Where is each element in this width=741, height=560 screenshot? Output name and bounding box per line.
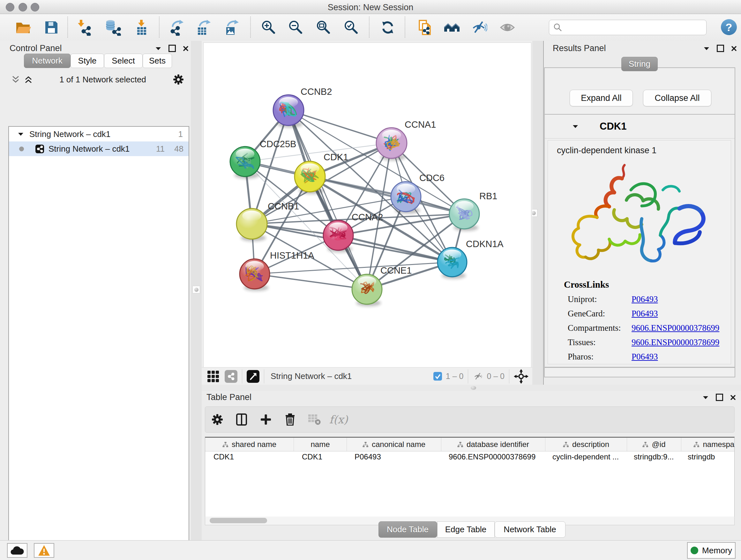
edge-CCNE1-HIST1H1A[interactable] (255, 274, 367, 289)
network-canvas[interactable]: CCNB2CCNA1CDC25BCDK1CDC6RB1CCNB1CCNA2CDK… (203, 43, 531, 368)
tab-string[interactable]: String (621, 57, 658, 71)
expand-all-icon[interactable] (24, 76, 32, 83)
search-text-field[interactable] (566, 23, 703, 33)
left-splitter-handle[interactable] (192, 286, 200, 294)
first-neighbors-button[interactable] (443, 18, 461, 37)
panel-menu-icon[interactable] (702, 395, 709, 399)
collapse-all-icon[interactable] (11, 76, 20, 83)
hide-selected-button[interactable] (470, 18, 488, 37)
column-header-namespace[interactable]: namespace (681, 438, 735, 451)
delete-table-button[interactable] (302, 414, 327, 425)
zoom-fit-button[interactable] (315, 18, 333, 37)
function-builder-button[interactable]: f(x) (327, 413, 351, 426)
show-columns-button[interactable] (229, 414, 254, 426)
panel-float-icon[interactable] (716, 394, 723, 401)
panel-menu-icon[interactable] (155, 47, 161, 51)
column-header-description[interactable]: description (545, 438, 627, 451)
table-cell[interactable]: stringdb (679, 452, 735, 463)
table-cell[interactable]: CDK1 (205, 452, 293, 463)
node-CCNA2[interactable] (323, 220, 353, 253)
tab-sets[interactable]: Sets (143, 54, 172, 68)
panel-close-icon[interactable] (183, 46, 189, 51)
panel-float-icon[interactable] (169, 45, 176, 52)
edge-CCNB2-CCNA1[interactable] (288, 110, 392, 143)
birdseye-view-button[interactable] (247, 370, 259, 383)
expand-all-button[interactable]: Expand All (569, 90, 633, 106)
column-header-databaseidentifier[interactable]: database identifier (441, 438, 545, 451)
open-session-button[interactable] (14, 18, 32, 37)
node-CCNA1[interactable] (376, 128, 407, 161)
crosslink-value-link[interactable]: P06493 (631, 352, 658, 362)
section-expander-icon[interactable] (572, 125, 579, 128)
table-settings-button[interactable] (205, 414, 229, 425)
share-view-button[interactable] (225, 370, 238, 383)
network-row[interactable]: String Network – cdk1 11 48 (9, 141, 189, 156)
horizontal-splitter[interactable] (202, 385, 741, 391)
panel-float-icon[interactable] (717, 45, 724, 52)
warning-status-button[interactable] (34, 543, 54, 558)
import-network-database-button[interactable] (104, 18, 122, 37)
table-cell[interactable]: CDK1 (293, 452, 346, 463)
tree-expander-icon[interactable] (18, 132, 23, 136)
help-button[interactable]: ? (721, 19, 737, 35)
horizontal-splitter-handle[interactable] (471, 386, 476, 390)
collapse-all-button[interactable]: Collapse All (643, 90, 711, 106)
edge-CCNA2-CDKN1A[interactable] (338, 235, 452, 262)
copy-network-button[interactable] (416, 18, 434, 37)
column-header-sharedname[interactable]: shared name (205, 438, 294, 451)
tab-style[interactable]: Style (71, 54, 104, 68)
column-header-id[interactable]: @id (627, 438, 681, 451)
memory-button[interactable]: Memory (687, 542, 736, 559)
table-row[interactable]: CDK1CDK1P064939606.ENSP00000378699cyclin… (205, 452, 734, 463)
selected-checkbox[interactable] (433, 372, 442, 381)
table-cell[interactable]: P06493 (346, 452, 441, 463)
tab-node-table[interactable]: Node Table (379, 521, 437, 538)
network-collection-row[interactable]: String Network – cdk1 1 (9, 127, 189, 141)
show-all-button[interactable] (498, 18, 516, 37)
panel-close-icon[interactable] (730, 395, 736, 400)
gear-icon[interactable] (173, 74, 184, 85)
create-column-button[interactable] (254, 415, 278, 425)
edge-CCNB2-CCNE1[interactable] (288, 110, 367, 289)
delete-column-button[interactable] (278, 414, 302, 426)
panel-menu-icon[interactable] (703, 47, 710, 51)
crosslink-value-link[interactable]: P06493 (631, 309, 658, 319)
import-network-file-button[interactable] (74, 18, 92, 37)
node-HIST1H1A[interactable] (240, 259, 270, 291)
column-header-canonicalname[interactable]: canonical name (347, 438, 441, 451)
tab-network-table[interactable]: Network Table (495, 521, 565, 538)
import-table-button[interactable] (132, 18, 150, 37)
crosslink-value-link[interactable]: P06493 (631, 294, 658, 304)
zoom-selected-button[interactable] (342, 18, 360, 37)
fit-crosshair-icon[interactable] (514, 369, 529, 384)
node-RB1[interactable] (449, 199, 479, 231)
apply-layout-button[interactable] (379, 18, 397, 37)
table-cell[interactable]: stringdb:9... (625, 452, 679, 463)
zoom-out-button[interactable] (287, 18, 305, 37)
gene-section-header[interactable]: CDK1 (545, 115, 735, 138)
tab-select[interactable]: Select (104, 54, 143, 68)
crosslink-value-link[interactable]: 9606.ENSP00000378699 (631, 323, 719, 333)
save-session-button[interactable] (43, 18, 60, 37)
node-CCNB1[interactable] (237, 208, 267, 241)
export-network-button[interactable] (168, 18, 186, 37)
column-header-name[interactable]: name (294, 438, 347, 451)
table-cell[interactable]: cyclin-dependent ... (544, 452, 625, 463)
crosslink-value-link[interactable]: 9606.ENSP00000378699 (631, 337, 719, 348)
cloud-status-button[interactable] (7, 543, 27, 558)
panel-close-icon[interactable] (731, 46, 737, 51)
search-input[interactable] (549, 20, 706, 35)
export-image-button[interactable] (223, 18, 241, 37)
node-CCNE1[interactable] (352, 274, 382, 307)
left-splitter[interactable] (191, 41, 202, 540)
tab-edge-table[interactable]: Edge Table (437, 521, 495, 538)
edge-CDC6-CDC25B[interactable] (245, 162, 406, 197)
table-cell[interactable]: 9606.ENSP00000378699 (441, 452, 544, 463)
node-CDKN1A[interactable] (437, 247, 467, 279)
grid-view-icon[interactable] (207, 370, 219, 383)
node-CDC25B[interactable] (230, 146, 260, 179)
node-CDK1[interactable] (294, 161, 325, 194)
zoom-in-button[interactable] (260, 18, 278, 37)
export-table-button[interactable] (195, 18, 212, 37)
tab-network[interactable]: Network (24, 54, 71, 68)
